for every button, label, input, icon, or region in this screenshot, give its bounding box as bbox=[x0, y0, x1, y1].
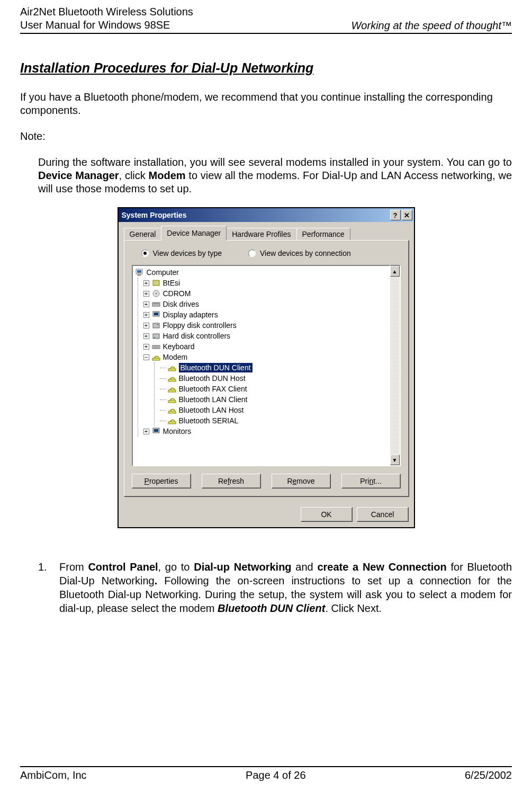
svg-rect-19 bbox=[168, 379, 176, 381]
tree-item[interactable]: +Display adapters bbox=[143, 309, 389, 320]
radio-by-connection[interactable]: View devices by connection bbox=[248, 249, 351, 257]
svg-rect-20 bbox=[168, 390, 176, 392]
svg-rect-17 bbox=[152, 358, 160, 360]
tab-panel: View devices by type View devices by con… bbox=[124, 240, 409, 496]
tree-modem-child[interactable]: Bluetooth DUN Client bbox=[160, 362, 389, 373]
monitor-icon bbox=[151, 427, 161, 436]
tree-item[interactable]: +Keyboard bbox=[143, 341, 389, 352]
tree-root[interactable]: Computer bbox=[135, 267, 389, 278]
svg-rect-2 bbox=[138, 274, 141, 275]
footer-date: 6/25/2002 bbox=[465, 769, 512, 781]
refresh-button[interactable]: Refresh bbox=[202, 474, 261, 488]
modem-icon bbox=[167, 416, 177, 425]
expand-icon[interactable]: + bbox=[143, 333, 149, 339]
expand-icon[interactable]: + bbox=[143, 344, 149, 350]
properties-button[interactable]: Properties bbox=[132, 474, 191, 488]
header-line2: User Manual for Windows 98SE bbox=[20, 19, 170, 31]
svg-rect-21 bbox=[168, 401, 176, 403]
step-1: 1. From Control Panel, go to Dial-up Net… bbox=[38, 560, 512, 615]
modem-icon bbox=[167, 385, 177, 393]
svg-rect-14 bbox=[152, 345, 160, 349]
tree-modem-child[interactable]: Bluetooth SERIAL bbox=[160, 415, 389, 426]
scroll-down-icon[interactable]: ▼ bbox=[390, 455, 400, 465]
tree-modem-child[interactable]: Bluetooth DUN Host bbox=[160, 373, 389, 384]
print-button[interactable]: Print... bbox=[341, 474, 401, 488]
radio-by-type[interactable]: View devices by type bbox=[141, 249, 222, 257]
cancel-button[interactable]: Cancel bbox=[357, 507, 409, 522]
header-line1: Air2Net Bluetooth Wireless Solutions bbox=[20, 6, 193, 17]
tree-item[interactable]: +BtEsi bbox=[143, 278, 389, 288]
tree-item[interactable]: +Floppy disk controllers bbox=[143, 320, 389, 331]
modem-icon bbox=[167, 395, 177, 404]
note-label: Note: bbox=[20, 130, 512, 143]
tab-device-manager[interactable]: Device Manager bbox=[161, 226, 227, 241]
modem-icon bbox=[167, 374, 177, 383]
radio-by-connection-label: View devices by connection bbox=[260, 249, 351, 257]
radio-dot-icon bbox=[248, 250, 256, 257]
svg-point-13 bbox=[154, 337, 155, 338]
tab-row: General Device Manager Hardware Profiles… bbox=[124, 226, 409, 240]
tree-scrollbar[interactable]: ▲ ▼ bbox=[390, 265, 401, 466]
tree-modem-child[interactable]: Bluetooth LAN Host bbox=[160, 405, 389, 415]
step-number: 1. bbox=[38, 560, 51, 615]
page-header: Air2Net Bluetooth Wireless Solutions Use… bbox=[20, 5, 512, 34]
expand-icon[interactable]: + bbox=[143, 312, 149, 318]
svg-rect-12 bbox=[153, 334, 159, 339]
svg-rect-10 bbox=[153, 323, 159, 328]
svg-rect-18 bbox=[168, 369, 176, 371]
dialog-titlebar[interactable]: System Properties ? ✕ bbox=[119, 208, 414, 222]
svg-rect-6 bbox=[152, 303, 160, 306]
svg-rect-25 bbox=[154, 429, 158, 432]
tab-hardware-profiles[interactable]: Hardware Profiles bbox=[226, 228, 296, 240]
svg-rect-9 bbox=[154, 313, 158, 315]
help-button[interactable]: ? bbox=[390, 210, 401, 220]
tree-modem-child[interactable]: Bluetooth LAN Client bbox=[160, 394, 389, 405]
svg-rect-3 bbox=[153, 280, 159, 286]
floppy-icon bbox=[151, 321, 161, 330]
section-title: Installation Procedures for Dial-Up Netw… bbox=[20, 60, 512, 76]
tab-general[interactable]: General bbox=[124, 228, 162, 240]
tree-item-modem[interactable]: −Modem bbox=[143, 352, 389, 362]
radio-by-type-label: View devices by type bbox=[153, 249, 222, 257]
note-body: During the software installation, you wi… bbox=[38, 156, 512, 195]
device-icon bbox=[151, 279, 161, 287]
dialog-title: System Properties bbox=[122, 211, 390, 219]
disk-icon bbox=[151, 300, 161, 308]
tree-modem-child[interactable]: Bluetooth FAX Client bbox=[160, 384, 389, 394]
modem-icon bbox=[151, 353, 161, 361]
footer-page: Page 4 of 26 bbox=[246, 769, 305, 781]
header-tagline: Working at the speed of thought™ bbox=[351, 20, 512, 32]
svg-rect-22 bbox=[168, 411, 176, 413]
radio-dot-icon bbox=[141, 250, 149, 257]
footer-company: AmbiCom, Inc bbox=[20, 769, 87, 781]
expand-icon[interactable]: + bbox=[143, 301, 149, 307]
intro-paragraph: If you have a Bluetooth phone/modem, we … bbox=[20, 91, 512, 117]
tree-item[interactable]: +CDROM bbox=[143, 288, 389, 299]
scroll-up-icon[interactable]: ▲ bbox=[390, 266, 400, 277]
ok-button[interactable]: OK bbox=[301, 507, 353, 522]
page-footer: AmbiCom, Inc Page 4 of 26 6/25/2002 bbox=[20, 766, 512, 781]
keyboard-icon bbox=[151, 342, 161, 351]
system-properties-dialog: System Properties ? ✕ General Device Man… bbox=[118, 207, 415, 528]
computer-icon bbox=[135, 268, 145, 277]
collapse-icon[interactable]: − bbox=[143, 354, 149, 360]
svg-point-5 bbox=[155, 293, 157, 295]
expand-icon[interactable]: + bbox=[143, 323, 149, 328]
svg-rect-11 bbox=[157, 324, 158, 325]
remove-button[interactable]: Remove bbox=[272, 474, 331, 488]
close-button[interactable]: ✕ bbox=[402, 210, 412, 220]
tab-performance[interactable]: Performance bbox=[296, 228, 350, 240]
expand-icon[interactable]: + bbox=[143, 429, 149, 434]
tree-item[interactable]: +Hard disk controllers bbox=[143, 331, 389, 341]
modem-icon bbox=[167, 406, 177, 414]
expand-icon[interactable]: + bbox=[143, 280, 149, 286]
expand-icon[interactable]: + bbox=[143, 291, 149, 297]
header-left: Air2Net Bluetooth Wireless Solutions Use… bbox=[20, 5, 193, 32]
hdd-icon bbox=[151, 332, 161, 340]
tree-item[interactable]: +Monitors bbox=[143, 426, 389, 437]
display-icon bbox=[151, 310, 161, 319]
svg-rect-7 bbox=[154, 304, 159, 304]
modem-icon bbox=[167, 363, 177, 372]
tree-item[interactable]: +Disk drives bbox=[143, 299, 389, 309]
device-tree[interactable]: Computer +BtEsi +CDROM +Disk drives +Dis… bbox=[132, 265, 390, 466]
